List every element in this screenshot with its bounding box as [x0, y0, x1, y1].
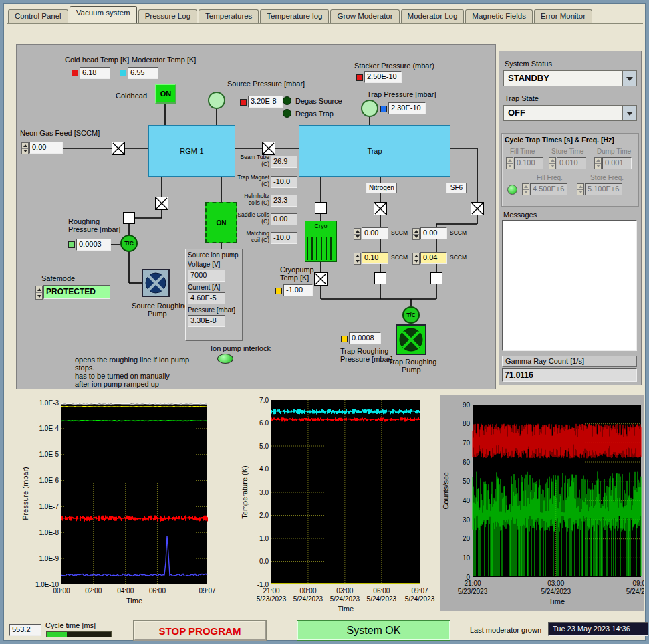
- sf6-flow-set-stepper[interactable]: [412, 228, 420, 240]
- beamline-valve-icon[interactable]: [262, 142, 275, 155]
- sf6-flow-act-unit: SCCM: [450, 255, 467, 261]
- tab-vacuum-system[interactable]: Vacuum system: [70, 6, 137, 23]
- system-status-dropdown[interactable]: STANDBY: [503, 70, 637, 86]
- ion-pump-current-value: 4.60E-5: [188, 292, 225, 304]
- cycle-panel-title: Cycle Trap Times [s] & Freq. [Hz]: [505, 136, 614, 144]
- tab-grow-moderator[interactable]: Grow Moderator: [330, 9, 399, 23]
- coldhead-on-button[interactable]: ON: [155, 84, 176, 104]
- store-freq-input[interactable]: 5.100E+6: [585, 183, 622, 195]
- cycle-time-value[interactable]: 553.2: [9, 624, 41, 636]
- cryo-valve-icon[interactable]: [314, 272, 328, 286]
- note-line-3: after ion pump ramped up: [75, 380, 199, 388]
- tab-moderator-log[interactable]: Moderator Log: [401, 9, 465, 23]
- roughing-valve-icon[interactable]: [155, 197, 168, 210]
- source-roughing-pump-icon[interactable]: [142, 269, 170, 297]
- cryo-open-valve-icon[interactable]: [315, 202, 327, 214]
- tab-temperatures[interactable]: Temperatures: [199, 9, 259, 23]
- trap-roughing-pressure-label-2: Pressure [mbar]: [340, 355, 392, 363]
- neon-valve-icon[interactable]: [112, 142, 125, 155]
- tab-magnetic-fields[interactable]: Magnetic Fields: [465, 9, 533, 23]
- degas-trap-led-icon[interactable]: [283, 109, 291, 118]
- fill-time-stepper[interactable]: [506, 157, 513, 169]
- ion-pump-on-button[interactable]: ON: [205, 202, 237, 243]
- cycle-led-icon[interactable]: [507, 185, 517, 195]
- fill-time-input[interactable]: 0.100: [514, 157, 543, 169]
- store-freq-stepper[interactable]: [577, 183, 584, 195]
- moderator-temp-label: Moderator Temp [K]: [132, 56, 196, 64]
- n2-flow-set-stepper[interactable]: [354, 228, 361, 240]
- svg-text:Counts/sec: Counts/sec: [442, 472, 450, 510]
- trap-state-value[interactable]: OFF: [503, 105, 622, 121]
- neon-gas-feed-stepper[interactable]: [21, 142, 29, 154]
- ion-pump-current-label: Current [A]: [188, 284, 220, 291]
- svg-text:1.0E-6: 1.0E-6: [39, 477, 59, 484]
- dump-time-stepper[interactable]: [594, 157, 602, 169]
- svg-text:09:07: 09:07: [411, 587, 428, 595]
- svg-text:2.0: 2.0: [259, 512, 269, 519]
- svg-text:1.0E-9: 1.0E-9: [39, 555, 59, 562]
- sf6-flow-act-stepper[interactable]: [412, 253, 420, 265]
- store-time-input[interactable]: 0.010: [557, 157, 586, 169]
- svg-text:Time: Time: [549, 597, 565, 605]
- nitrogen-valve-icon[interactable]: [374, 202, 387, 215]
- cryopump-temp-legend-icon: [275, 288, 282, 294]
- cryo-label: Cryo: [314, 223, 327, 229]
- temperature-chart: 7.06.05.04.03.02.01.00.0-1.021:005/23/20…: [241, 393, 436, 621]
- tab-pressure-log[interactable]: Pressure Log: [138, 9, 197, 23]
- tab-control-panel[interactable]: Control Panel: [8, 9, 68, 23]
- sf6-open-valve-icon[interactable]: [430, 272, 442, 284]
- trap-roughing-pressure-label-1: Trap Roughing: [340, 347, 388, 355]
- source-pressure-legend-icon: [240, 99, 247, 106]
- svg-text:1.0E-5: 1.0E-5: [39, 451, 59, 458]
- degas-source-led-icon[interactable]: [283, 96, 291, 105]
- system-status-value[interactable]: STANDBY: [503, 70, 622, 86]
- fill-time-label: Fill Time: [510, 148, 535, 155]
- ion-pump-panel-title: Source ion pump: [188, 251, 239, 259]
- cold-head-temp-value: 6.18: [80, 67, 110, 79]
- sf6-flow-set-input[interactable]: 0.00: [420, 227, 447, 239]
- note-line-1: opens the roughing line if ion pump stop…: [75, 356, 199, 372]
- dump-time-input[interactable]: 0.001: [602, 157, 632, 169]
- safemode-value[interactable]: PROTECTED: [43, 285, 110, 299]
- svg-text:1.0E-7: 1.0E-7: [39, 503, 59, 510]
- cold-head-temp-legend-icon: [72, 70, 78, 76]
- n2-flow-set-input[interactable]: 0.00: [362, 227, 388, 239]
- tab-error-monitor[interactable]: Error Monitor: [534, 9, 592, 23]
- n2-open-valve-icon[interactable]: [374, 272, 386, 284]
- n2-flow-act-stepper[interactable]: [354, 253, 361, 265]
- chevron-down-icon[interactable]: [622, 105, 637, 121]
- svg-text:7.0: 7.0: [259, 397, 269, 404]
- coil-label: Beam Tube (C): [237, 154, 269, 168]
- svg-text:09:07: 09:07: [199, 587, 215, 595]
- chevron-down-icon[interactable]: [622, 70, 637, 86]
- fill-freq-input[interactable]: 4.500E+6: [530, 183, 567, 195]
- rgm1-box: RGM-1: [148, 125, 235, 177]
- sf6-flow-act-value[interactable]: 0.04: [420, 252, 447, 264]
- open-valve-icon[interactable]: [123, 212, 135, 224]
- system-status-banner: System OK: [297, 620, 450, 641]
- fill-freq-stepper[interactable]: [522, 183, 529, 195]
- tab-temperature-log[interactable]: Temperature log: [260, 9, 329, 23]
- trap-roughing-pump-icon[interactable]: [396, 324, 426, 355]
- cold-head-temp-label: Cold head Temp [K]: [65, 56, 129, 64]
- stacker-pressure-legend-icon: [356, 74, 363, 81]
- note-line-2: has to be turned on manually: [75, 372, 199, 380]
- safemode-stepper[interactable]: [35, 286, 43, 300]
- svg-text:21:00: 21:00: [263, 587, 279, 595]
- trap-thermocouple-icon: T/C: [402, 306, 420, 324]
- svg-text:50: 50: [463, 477, 471, 485]
- messages-label: Messages: [503, 211, 537, 219]
- svg-text:5/24/2023: 5/24/2023: [405, 595, 435, 603]
- neon-gas-feed-input[interactable]: 0.00: [29, 142, 63, 154]
- svg-text:5/24/2023: 5/24/2023: [367, 595, 397, 603]
- store-time-stepper[interactable]: [549, 157, 556, 169]
- pressure-chart: 1.0E-31.0E-41.0E-51.0E-61.0E-71.0E-81.0E…: [20, 393, 221, 617]
- stop-program-button[interactable]: STOP PROGRAM: [134, 621, 266, 641]
- ion-pump-interlock-led-icon[interactable]: [217, 354, 233, 364]
- n2-flow-act-value[interactable]: 0.10: [362, 252, 388, 264]
- sf6-valve-icon[interactable]: [471, 202, 484, 215]
- roughing-pressure-label-1: Roughing: [68, 217, 100, 225]
- trap-roughing-pressure-value: 0.0008: [349, 332, 381, 344]
- trap-state-dropdown[interactable]: OFF: [503, 105, 637, 121]
- trap-pressure-gauge-icon: [361, 100, 378, 117]
